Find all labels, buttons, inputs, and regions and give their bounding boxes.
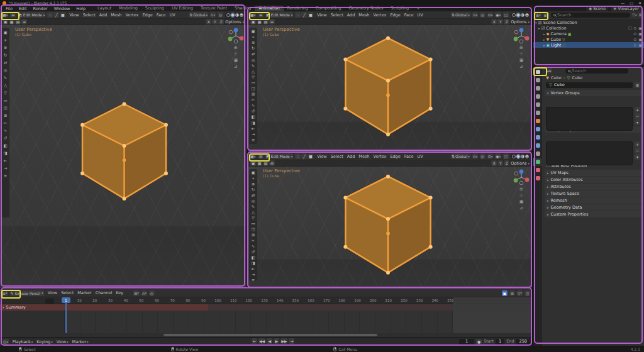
tool-button[interactable]: ⊕ <box>250 182 257 187</box>
tool-settings-icon[interactable]: ⊞ <box>269 19 275 25</box>
overlay-toggle-icon[interactable]: ◫ <box>525 290 530 296</box>
workspace-tab[interactable]: UV Editing <box>168 6 197 11</box>
tool-button[interactable]: ⊞ <box>250 92 257 97</box>
tool-button[interactable]: + <box>2 36 9 43</box>
tool-button[interactable]: ◎ <box>2 67 9 74</box>
expand-icon[interactable]: ▾ <box>535 21 537 25</box>
props-tab-render[interactable] <box>533 76 542 84</box>
props-tab-tool[interactable] <box>533 68 542 76</box>
timeline-menu-item[interactable]: Keying▾ <box>35 339 54 344</box>
select-mode-button[interactable]: ∷ <box>47 12 53 18</box>
workspace-tab[interactable]: + <box>413 6 423 11</box>
collapsed-panel-header[interactable]: ▸Attributes <box>545 184 641 190</box>
area-split-icon[interactable]: ⊞ <box>258 153 264 159</box>
tool-button[interactable]: ⇄ <box>2 59 9 66</box>
select-mode-button[interactable]: ■ <box>308 12 313 18</box>
editor-type-button[interactable]: ▦▾ <box>250 12 256 18</box>
tool-button[interactable]: △ <box>2 82 9 89</box>
tool-button[interactable]: ◎ <box>250 199 257 204</box>
collapsed-panel-header[interactable]: ▸Geometry Data <box>545 204 641 211</box>
gizmo-dropdown[interactable]: ⊙▾ <box>487 12 494 18</box>
current-frame-field[interactable]: 1 <box>459 339 474 344</box>
outliner-row-collection[interactable]: ▸ ☑ Collection ☐ ⊙ ▣ <box>533 25 644 31</box>
editor-type-button[interactable]: ◷▾ <box>3 339 9 344</box>
tool-button[interactable]: + <box>250 176 257 181</box>
collapsed-panel-header[interactable]: ▸UV Maps <box>545 170 641 176</box>
hide-eye-icon[interactable]: ⊙ <box>633 37 636 41</box>
material-shading-icon[interactable] <box>235 13 239 17</box>
add-button[interactable]: + <box>635 141 640 147</box>
props-tab-modifiers[interactable] <box>533 125 542 133</box>
tool-settings-icon[interactable]: ▤ <box>263 160 269 166</box>
remove-button[interactable]: − <box>635 113 640 119</box>
nav-button[interactable]: ⊿ <box>519 65 524 69</box>
options-dropdown[interactable]: Options ▾ <box>511 161 530 166</box>
tool-settings-icon[interactable]: ▣ <box>3 19 8 25</box>
workspace-tab[interactable]: Modeling <box>115 6 142 11</box>
nav-button[interactable]: ⊹ <box>234 52 238 57</box>
select-mode-button[interactable]: ╱ <box>301 153 307 159</box>
viewport-menu-item[interactable]: Mesh <box>357 13 371 18</box>
select-mode-button[interactable]: ∷ <box>295 153 301 159</box>
vertex-groups-list[interactable] <box>546 107 633 131</box>
expand-icon[interactable]: ▸ <box>543 32 545 36</box>
display-mode-dropdown[interactable]: ≣▾ <box>543 13 550 18</box>
props-tab-world[interactable] <box>533 109 542 117</box>
mirror-axis-toggle[interactable]: X <box>491 19 497 25</box>
fake-user-button[interactable]: ≣ <box>635 82 640 88</box>
tool-button[interactable]: ◨ <box>250 261 257 266</box>
select-mode-button[interactable]: ■ <box>60 12 65 18</box>
viewport-menu-item[interactable]: Face <box>402 154 416 159</box>
axis-gizmo[interactable] <box>513 28 530 44</box>
playback-button[interactable]: ⇥ <box>289 338 294 344</box>
summary-channel[interactable]: ▾ Summary <box>0 304 208 311</box>
tool-button[interactable]: ⇄ <box>250 52 257 57</box>
disable-render-icon[interactable]: ▣ <box>638 31 642 36</box>
viewport-menu-item[interactable]: Edge <box>388 154 402 159</box>
viewport-3-canvas[interactable]: ▣+⊕↻⇄◎✎△▽▭◫⊞✂∿↺◧◨⇤⇥≋ User Perspective (1… <box>248 167 532 288</box>
properties-search-input[interactable]: Search <box>565 69 628 74</box>
tool-settings-icon[interactable]: ⊞ <box>21 19 27 25</box>
menu-item[interactable]: File <box>3 6 16 11</box>
nav-button[interactable]: ▣ <box>519 58 524 63</box>
hide-eye-icon[interactable]: ⊙ <box>633 43 636 47</box>
tool-button[interactable]: ∿ <box>250 103 257 108</box>
specials-menu-button[interactable]: ▾ <box>635 119 640 125</box>
add-button[interactable]: + <box>635 107 640 113</box>
solid-shading-icon[interactable] <box>231 13 235 17</box>
hide-eye-icon[interactable]: ⊙ <box>633 31 636 36</box>
tool-button[interactable]: ⇥ <box>250 132 257 137</box>
viewport-menu-item[interactable]: Mesh <box>357 154 371 159</box>
tool-button[interactable]: ◧ <box>250 114 257 119</box>
tool-button[interactable]: ≋ <box>2 172 9 179</box>
tool-button[interactable]: ▭ <box>2 97 9 104</box>
playback-button[interactable]: ▶ <box>274 338 279 344</box>
mirror-axis-toggle[interactable]: Y <box>497 19 503 25</box>
select-mode-button[interactable]: ∷ <box>295 12 301 18</box>
mirror-axis-toggle[interactable]: Y <box>497 160 503 166</box>
outliner-row-camera[interactable]: ▸ ◆ Camera ▦ ⊙ ▣ <box>533 31 644 36</box>
filter-funnel-icon[interactable]: ▽▾ <box>517 290 523 296</box>
scene-selector[interactable]: ◆ Scene <box>586 6 608 11</box>
remove-button[interactable]: − <box>635 148 640 153</box>
tool-settings-icon[interactable]: ▦ <box>257 19 262 25</box>
view-mode-icon[interactable]: ⊞ <box>509 290 515 296</box>
viewport-2-canvas[interactable]: ▣+⊕↻⇄◎✎△▽▭◫⊞✂∿↺◧◨⇤⇥≋ User Perspective (1… <box>248 25 532 151</box>
tool-button[interactable]: ▣ <box>250 29 257 34</box>
viewport-menu-item[interactable]: Face <box>155 13 168 18</box>
viewport-menu-item[interactable]: Edge <box>140 13 154 18</box>
hide-eye-icon[interactable]: ⊙ <box>633 26 636 30</box>
viewport-menu-item[interactable]: Face <box>402 13 416 18</box>
timeline-menu-item[interactable]: Playback▾ <box>11 339 35 344</box>
expand-icon[interactable]: ▸ <box>538 26 540 30</box>
select-mode-button[interactable]: ╱ <box>301 12 307 18</box>
workspace-tab[interactable]: Geometry Nodes <box>345 6 387 11</box>
editor-type-button[interactable]: ≡▾ <box>2 290 8 296</box>
filter-dropdown[interactable]: ⊞▾ <box>133 290 140 296</box>
axis-gizmo[interactable] <box>513 169 530 185</box>
select-mode-button[interactable]: ■ <box>308 153 313 159</box>
solid-shading-icon[interactable] <box>516 155 520 158</box>
mirror-axis-toggle[interactable]: Z <box>218 19 224 25</box>
timeline-menu-item[interactable]: View▾ <box>55 339 70 344</box>
workspace-tab[interactable]: Sculpting <box>142 6 168 11</box>
